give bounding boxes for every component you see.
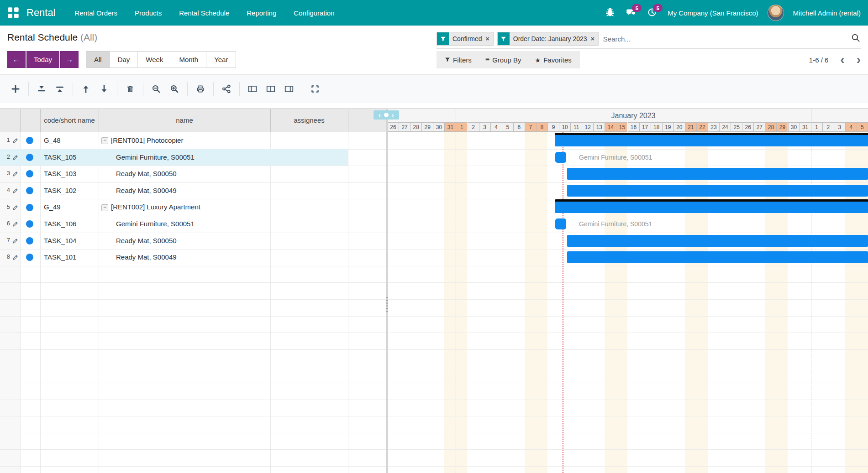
layout-grid-only-icon[interactable]	[243, 81, 262, 97]
funnel-icon	[445, 56, 450, 64]
day-cell: 21	[685, 122, 696, 132]
scroll-right-icon[interactable]: ›	[392, 111, 394, 119]
gantt-group-bar[interactable]	[555, 199, 868, 213]
table-row[interactable]: 1 G_48−[RENT001] Photocopier	[0, 132, 386, 149]
edit-pencil-icon[interactable]	[12, 137, 18, 146]
nav-menu-reporting[interactable]: Reporting	[247, 9, 276, 17]
timeline-body: Gemini Furniture, S00051Gemini Furniture…	[387, 132, 868, 473]
scale-month[interactable]: Month	[171, 52, 206, 68]
scale-day[interactable]: Day	[110, 52, 138, 68]
edit-pencil-icon[interactable]	[12, 238, 18, 246]
weekend-stripe	[857, 132, 868, 473]
nav-menu-rental-orders[interactable]: Rental Orders	[75, 9, 117, 17]
search-facet[interactable]: Confirmed ×	[437, 32, 494, 46]
apps-grid-icon[interactable]	[7, 7, 19, 19]
facet-remove-icon[interactable]: ×	[486, 35, 493, 42]
table-row[interactable]: 7 TASK_104Ready Mat, S00050	[0, 233, 386, 249]
edit-pencil-icon[interactable]	[12, 154, 18, 162]
edit-pencil-icon[interactable]	[12, 187, 18, 196]
layout-split-icon[interactable]	[262, 81, 280, 97]
scale-all[interactable]: All	[86, 52, 110, 68]
menu-group-by[interactable]: ≡Group By	[485, 56, 521, 64]
gantt-task-bar[interactable]	[567, 185, 868, 197]
day-cell: 1	[811, 122, 822, 132]
messages-icon[interactable]: 5	[626, 7, 637, 19]
gantt-group-bar[interactable]	[555, 133, 868, 146]
day-cell: 5	[857, 122, 868, 132]
zoom-out-icon[interactable]	[147, 81, 165, 97]
menu-filters[interactable]: Filters	[445, 56, 472, 64]
edit-pencil-icon[interactable]	[12, 171, 18, 179]
search-icon[interactable]	[851, 33, 861, 45]
add-icon[interactable]	[6, 81, 25, 97]
table-row[interactable]: 6 TASK_106Gemini Furniture, S00051	[0, 216, 386, 233]
edit-pencil-icon[interactable]	[12, 204, 18, 213]
day-cell: 28	[410, 122, 421, 132]
layout-gantt-only-icon[interactable]	[280, 81, 298, 97]
table-row[interactable]: 4 TASK_102Ready Mat, S00049	[0, 182, 386, 199]
column-header-assignees[interactable]: assignees	[271, 109, 347, 132]
gantt-task-bar[interactable]	[567, 251, 868, 263]
day-cell: 15	[616, 122, 627, 132]
row-number: 3	[2, 170, 10, 177]
collapse-toggle-icon[interactable]: −	[101, 137, 108, 144]
debug-bug-icon[interactable]	[605, 7, 616, 19]
print-icon[interactable]	[191, 81, 210, 97]
gantt-task-bar[interactable]	[567, 235, 868, 247]
cell-name: [RENT001] Photocopier	[111, 132, 268, 149]
collapse-all-icon[interactable]	[32, 81, 51, 97]
column-header-name[interactable]: name	[100, 109, 269, 132]
scale-year[interactable]: Year	[206, 52, 236, 68]
user-avatar[interactable]	[768, 5, 784, 21]
prev-period-button[interactable]: ←	[7, 51, 26, 68]
scale-week[interactable]: Week	[138, 52, 171, 68]
gantt-milestone-bar[interactable]	[555, 218, 566, 229]
activities-badge: 5	[653, 4, 663, 12]
search-facet[interactable]: Order Date: January 2023 ×	[497, 32, 599, 46]
filter-facet-icon	[437, 32, 449, 45]
pager-next-icon[interactable]: ›	[857, 55, 861, 64]
move-up-icon[interactable]	[77, 81, 95, 97]
day-cell: 17	[639, 122, 651, 132]
edit-pencil-icon[interactable]	[12, 254, 18, 262]
menu-favorites[interactable]: ★Favorites	[535, 56, 572, 64]
nav-menu-configuration[interactable]: Configuration	[294, 9, 334, 17]
next-period-button[interactable]: →	[60, 51, 79, 68]
edit-pencil-icon[interactable]	[12, 221, 18, 229]
table-row[interactable]: 3 TASK_103Ready Mat, S00050	[0, 166, 386, 182]
scroll-left-icon[interactable]: ‹	[379, 111, 381, 119]
row-number: 2	[2, 153, 10, 160]
delete-icon[interactable]	[121, 81, 139, 97]
expand-all-icon[interactable]	[51, 81, 69, 97]
user-menu[interactable]: Mitchell Admin (rental)	[793, 9, 861, 17]
company-switcher[interactable]: My Company (San Francisco)	[668, 9, 758, 17]
today-button[interactable]: Today	[26, 51, 59, 68]
scroll-thumb[interactable]	[384, 113, 389, 117]
cell-name: Ready Mat, S00049	[116, 182, 268, 199]
pager-prev-icon[interactable]: ‹	[840, 55, 844, 64]
search-input[interactable]	[602, 35, 851, 43]
grid-splitter[interactable]	[386, 109, 388, 473]
nav-menu-products[interactable]: Products	[135, 9, 162, 17]
timeline-mini-scroller: ‹ ›	[374, 110, 399, 120]
table-row[interactable]: 2 TASK_105Gemini Furniture, S00051	[0, 149, 386, 166]
gantt-milestone-bar[interactable]	[555, 152, 566, 163]
table-row[interactable]: 8 TASK_101Ready Mat, S00049	[0, 249, 386, 266]
app-name[interactable]: Rental	[26, 7, 56, 19]
nav-menu-rental-schedule[interactable]: Rental Schedule	[179, 9, 229, 17]
day-cell: 22	[696, 122, 708, 132]
zoom-in-icon[interactable]	[165, 81, 184, 97]
column-header-code-short-name[interactable]: code/short name	[41, 109, 98, 132]
list-icon: ≡	[485, 56, 489, 64]
table-row[interactable]: 5 G_49−[RENT002] Luxury Apartment	[0, 199, 386, 216]
facet-remove-icon[interactable]: ×	[591, 35, 598, 42]
move-down-icon[interactable]	[95, 81, 113, 97]
fullscreen-icon[interactable]	[306, 81, 324, 97]
gantt-task-bar[interactable]	[567, 168, 868, 180]
splitter-handle-icon[interactable]	[386, 297, 388, 312]
activities-clock-icon[interactable]: 5	[647, 7, 658, 19]
collapse-toggle-icon[interactable]: −	[101, 204, 108, 211]
share-icon[interactable]	[217, 81, 236, 97]
cell-assignees	[272, 182, 346, 199]
cell-code: TASK_106	[44, 216, 98, 233]
